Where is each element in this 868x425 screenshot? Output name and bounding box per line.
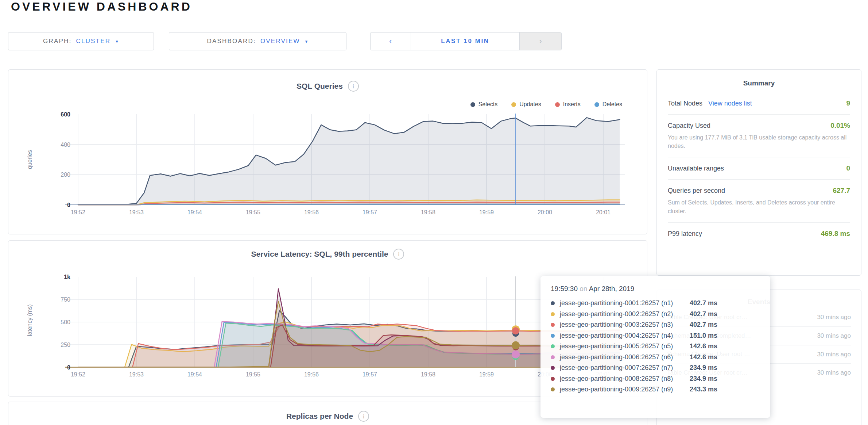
y-tick-label: 250 [61,342,70,348]
summary-panel: Summary Total NodesView nodes list9Capac… [656,69,861,276]
graph-dropdown-label: GRAPH: [43,38,71,45]
y-tick-label: 600 [61,111,70,118]
x-tick-label: 20:01 [596,209,611,215]
series-dot-icon [551,301,555,305]
tooltip-node-name: jesse-geo-partitioning-0007:26257 (n7) [560,364,690,372]
tooltip-node-name: jesse-geo-partitioning-0006:26257 (n6) [560,353,690,361]
chevron-down-icon: ▾ [305,39,309,44]
summary-label: Total Nodes [668,100,702,107]
y-tick-label: 1k [64,274,70,280]
tooltip-time: 19:59:30 [551,285,578,292]
x-tick-label: 20:00 [538,209,552,215]
series-dot-icon [551,387,555,391]
y-tick-label: 750 [61,296,70,303]
tooltip-row: jesse-geo-partitioning-0005:26257 (n5)14… [551,341,760,352]
tooltip-header: 19:59:30 on Apr 28th, 2019 [551,285,760,293]
series-dot-icon [551,366,555,370]
tooltip-node-value: 402.7 ms [690,321,717,329]
y-tick-label: 0 [67,202,70,208]
x-tick-label: 19:55 [246,209,260,215]
series-dot-icon [551,334,555,338]
summary-row: Unavailable ranges0 [668,157,850,180]
x-tick-label: 19:52 [71,371,85,378]
tooltip-node-name: jesse-geo-partitioning-0009:26257 (n9) [560,386,690,393]
x-tick-label: 19:54 [187,371,202,378]
graph-dropdown-value: CLUSTER [76,38,111,45]
y-tick-label: 500 [61,319,70,325]
event-timestamp: 30 mins ago [814,313,851,322]
timerange-prev-button[interactable]: ‹ [371,32,411,50]
tooltip-node-name: jesse-geo-partitioning-0001:26257 (n1) [560,299,690,307]
sql-queries-panel: SQL Queries SelectsUpdatesInsertsDeletes… [8,69,647,234]
tooltip-node-value: 234.9 ms [690,375,717,383]
tooltip-node-value: 142.6 ms [690,342,717,350]
event-timestamp: 30 mins ago [814,350,851,359]
summary-rows: Total NodesView nodes list9Capacity Used… [657,92,861,245]
series-dot-icon [551,355,555,359]
summary-row: Queries per second627.7Sum of Selects, U… [668,180,850,222]
x-tick-label: 19:56 [304,371,319,378]
summary-description: You are using 177.7 MiB of 3.1 TiB usabl… [668,133,850,150]
dashboard-dropdown[interactable]: DASHBOARD: OVERVIEW ▾ [169,32,346,50]
overview-dashboard-page: OVERVIEW DASHBOARD GRAPH: CLUSTER ▾ DASH… [0,0,868,425]
event-timestamp: 30 mins ago [814,368,851,377]
replicas-title: Replicas per Node [286,412,353,421]
summary-value: 9 [846,99,850,107]
page-title: OVERVIEW DASHBOARD [11,0,192,14]
tooltip-row: jesse-geo-partitioning-0008:26257 (n8)23… [551,374,760,384]
series-dot-icon [551,344,555,348]
summary-value: 627.7 [833,187,850,195]
tooltip-date: Apr 28th, 2019 [589,285,635,292]
tooltip-row: jesse-geo-partitioning-0009:26257 (n9)24… [551,384,760,395]
x-tick-label: 19:58 [421,371,435,378]
series-dot-icon [551,323,555,327]
tooltip-node-name: jesse-geo-partitioning-0004:26257 (n4) [560,332,690,340]
x-tick-label: 19:53 [129,371,144,378]
dashboard-dropdown-value: OVERVIEW [260,38,300,45]
tooltip-rows: jesse-geo-partitioning-0001:26257 (n1)40… [551,298,760,395]
graph-dropdown[interactable]: GRAPH: CLUSTER ▾ [8,32,154,50]
timerange-next-button[interactable]: › [519,32,561,50]
sql-queries-chart[interactable]: 020040060019:5219:5319:5419:5519:5619:57… [8,70,647,234]
tooltip-on: on [580,285,587,292]
summary-label: Unavailable ranges [668,165,724,172]
summary-row: Total NodesView nodes list9 [668,92,850,115]
summary-row: Capacity Used0.01%You are using 177.7 Mi… [668,115,850,157]
timerange-selector: ‹ LAST 10 MIN › [370,32,562,50]
y-tick-label: 0 [67,364,70,371]
summary-row: P99 latency469.8 ms [668,223,850,245]
y-tick-label: 400 [61,142,70,148]
tooltip-node-name: jesse-geo-partitioning-0003:26257 (n3) [560,321,690,329]
summary-label: Queries per second [668,187,725,195]
x-tick-label: 19:55 [246,371,260,378]
summary-value: 0 [846,164,850,172]
x-tick-label: 19:59 [479,209,494,215]
tooltip-node-value: 243.3 ms [690,386,717,393]
summary-title: Summary [657,70,861,87]
y-tick-label: 200 [61,172,70,178]
x-tick-label: 19:58 [421,209,435,215]
x-tick-label: 19:52 [71,209,85,215]
info-icon[interactable] [358,411,369,422]
x-tick-label: 19:54 [187,209,202,215]
tooltip-node-name: jesse-geo-partitioning-0005:26257 (n5) [560,342,690,350]
tooltip-row: jesse-geo-partitioning-0003:26257 (n3)40… [551,319,760,330]
tooltip-row: jesse-geo-partitioning-0004:26257 (n4)15… [551,330,760,341]
tooltip-node-value: 151.0 ms [690,332,717,340]
timerange-label[interactable]: LAST 10 MIN [411,32,519,50]
x-tick-label: 19:57 [363,209,377,215]
tooltip-node-value: 402.7 ms [690,310,717,318]
tooltip-node-value: 142.6 ms [690,353,717,361]
tooltip-node-name: jesse-geo-partitioning-0008:26257 (n8) [560,375,690,383]
dashboard-dropdown-label: DASHBOARD: [207,38,256,45]
tooltip-node-name: jesse-geo-partitioning-0002:26257 (n2) [560,310,690,318]
tooltip-row: jesse-geo-partitioning-0001:26257 (n1)40… [551,298,760,309]
x-tick-label: 19:53 [129,209,144,215]
view-nodes-list-link[interactable]: View nodes list [708,100,752,107]
chart-hover-tooltip: 19:59:30 on Apr 28th, 2019 jesse-geo-par… [540,276,770,418]
summary-label: P99 latency [668,230,702,238]
summary-value: 0.01% [830,122,850,130]
x-tick-label: 19:56 [304,209,319,215]
tooltip-row: jesse-geo-partitioning-0007:26257 (n7)23… [551,363,760,374]
tooltip-row: jesse-geo-partitioning-0002:26257 (n2)40… [551,309,760,320]
